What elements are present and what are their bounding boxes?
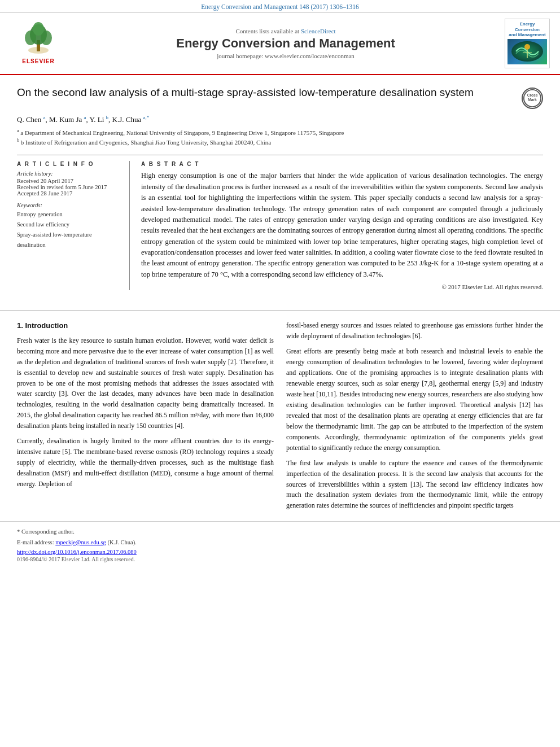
journal-homepage: journal homepage: www.elsevier.com/locat… xyxy=(72,53,499,59)
sciencedirect-link: Contents lists available at ScienceDirec… xyxy=(72,28,499,34)
issn-notice: 0196-8904/© 2017 Elsevier Ltd. All right… xyxy=(17,556,543,562)
body-para-3: fossil-based energy sources and issues r… xyxy=(286,320,543,342)
keyword-3: Spray-assisted low-temperature desalinat… xyxy=(17,230,121,250)
keywords-list: Entropy generation Second law efficiency… xyxy=(17,209,121,250)
journal-title: Energy Conversion and Management xyxy=(72,36,499,51)
article-info-column: A R T I C L E I N F O Article history: R… xyxy=(17,161,130,290)
affiliations: a a Department of Mechanical Engineering… xyxy=(17,128,543,147)
crossmark-badge: Cross Mark xyxy=(522,88,543,109)
crossmark-icon: Cross Mark xyxy=(522,88,543,109)
keywords-group: Keywords: Entropy generation Second law … xyxy=(17,202,121,250)
journal-ref-text: Energy Conversion and Management 148 (20… xyxy=(201,3,359,10)
elsevier-tree-icon xyxy=(16,22,61,56)
body-para-2: Currently, desalination is hugely limite… xyxy=(17,436,274,490)
article-area: On the second law analysis of a multi-st… xyxy=(0,75,560,305)
journal-header: ELSEVIER Contents lists available at Sci… xyxy=(0,13,560,75)
sciencedirect-anchor[interactable]: ScienceDirect xyxy=(301,28,336,34)
corresponding-author-note: * Corresponding author. xyxy=(17,527,543,536)
svg-point-6 xyxy=(37,45,40,47)
body-para-4: Great efforts are presently being made a… xyxy=(286,346,543,453)
body-para-1: Fresh water is the key resource to susta… xyxy=(17,335,274,432)
body-left-column: 1. Introduction Fresh water is the key r… xyxy=(17,320,274,516)
elsevier-logo-left: ELSEVIER xyxy=(10,22,67,64)
revised-date: Received in revised form 5 June 2017 xyxy=(17,184,121,190)
svg-text:Mark: Mark xyxy=(528,98,537,102)
svg-point-5 xyxy=(33,22,44,36)
body-para-5: The first law analysis is unable to capt… xyxy=(286,458,543,512)
abstract-title: A B S T R A C T xyxy=(141,161,543,167)
section1-heading: 1. Introduction xyxy=(17,320,274,332)
logo-right-title: EnergyConversionand Management xyxy=(508,21,547,38)
abstract-text: High energy consumption is one of the ma… xyxy=(141,171,543,280)
body-right-column: fossil-based energy sources and issues r… xyxy=(286,320,543,516)
info-abstract-row: A R T I C L E I N F O Article history: R… xyxy=(17,155,543,290)
body-columns: 1. Introduction Fresh water is the key r… xyxy=(0,320,560,516)
keyword-2: Second law efficiency xyxy=(17,220,121,230)
section-divider xyxy=(0,311,560,311)
doi-link[interactable]: http://dx.doi.org/10.1016/j.enconman.201… xyxy=(17,549,543,555)
elsevier-label: ELSEVIER xyxy=(22,58,54,64)
journal-center: Contents lists available at ScienceDirec… xyxy=(72,28,499,59)
affiliation-b: b b Institute of Refrigeration and Cryog… xyxy=(17,137,543,147)
received-date: Received 20 April 2017 xyxy=(17,178,121,184)
keyword-1: Entropy generation xyxy=(17,209,121,220)
accepted-date: Accepted 28 June 2017 xyxy=(17,190,121,196)
journal-reference-bar: Energy Conversion and Management 148 (20… xyxy=(0,0,560,13)
authors: Q. Chen a, M. Kum Ja a, Y. Li b, K.J. Ch… xyxy=(17,115,543,124)
journal-logo-right: EnergyConversionand Management xyxy=(505,19,550,68)
abstract-column: A B S T R A C T High energy consumption … xyxy=(141,161,543,290)
article-history-group: Article history: Received 20 April 2017 … xyxy=(17,171,121,196)
logo-right-image xyxy=(508,39,547,64)
copyright-notice: © 2017 Elsevier Ltd. All rights reserved… xyxy=(141,283,543,290)
svg-point-9 xyxy=(524,44,530,50)
email-link[interactable]: mpeckje@nus.edu.sg xyxy=(55,539,106,545)
article-info-title: A R T I C L E I N F O xyxy=(17,161,121,167)
svg-text:Cross: Cross xyxy=(527,93,538,97)
history-label: Article history: xyxy=(17,171,121,177)
email-note: E-mail address: mpeckje@nus.edu.sg (K.J.… xyxy=(17,538,543,547)
article-footer: * Corresponding author. E-mail address: … xyxy=(0,521,560,566)
article-title: On the second law analysis of a multi-st… xyxy=(17,85,474,100)
keywords-label: Keywords: xyxy=(17,202,121,208)
affiliation-a: a a Department of Mechanical Engineering… xyxy=(17,128,543,137)
article-title-row: On the second law analysis of a multi-st… xyxy=(17,85,543,109)
